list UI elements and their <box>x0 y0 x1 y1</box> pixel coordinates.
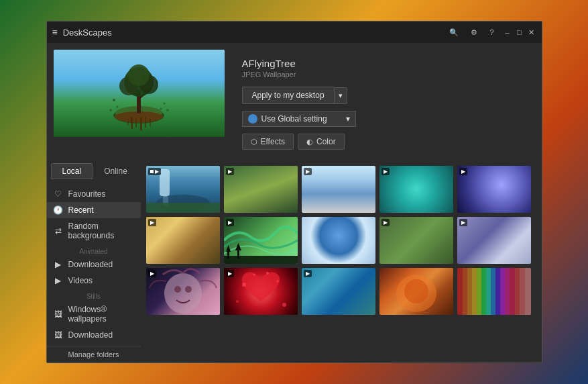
apply-row: Apply to my desktop ▾ <box>242 87 524 104</box>
grid-item-15[interactable] <box>457 268 531 315</box>
grid-item-14[interactable] <box>379 268 453 315</box>
preview-image <box>54 50 225 137</box>
svg-rect-6 <box>145 117 146 128</box>
video-badge-12: ▶ <box>226 270 234 277</box>
sidebar-item-stills-downloaded[interactable]: 🖼 Downloaded <box>47 327 141 343</box>
image-icon-1: 🖼 <box>54 309 63 319</box>
svg-rect-30 <box>237 249 239 258</box>
grid-row-2: ▶ <box>146 217 536 264</box>
hamburger-menu-icon[interactable]: ≡ <box>52 27 58 38</box>
tab-online[interactable]: Online <box>93 163 139 179</box>
title-bar-left: ≡ DeskScapes <box>52 27 112 38</box>
grid-item-5[interactable]: ▶ <box>457 166 531 213</box>
effects-label: Effects <box>261 137 285 146</box>
content-area: AFlyingTree JPEG Wallpaper Apply to my d… <box>47 43 542 363</box>
svg-point-37 <box>236 300 239 303</box>
title-bar: ≡ DeskScapes 🔍 ⚙ ? – □ ✕ <box>47 21 542 43</box>
grid-item-3[interactable]: ▶ <box>302 166 375 213</box>
windows-wallpapers-label: Windows® wallpapers <box>68 305 134 324</box>
animated-section-label: Animated <box>47 244 141 256</box>
video-badge-10: ▶ <box>459 219 467 226</box>
title-bar-right: 🔍 ⚙ ? – □ ✕ <box>446 27 536 38</box>
grid-item-1[interactable]: ▶ <box>146 166 220 213</box>
svg-rect-7 <box>150 118 151 126</box>
grid-item-11[interactable]: ▶ <box>146 268 220 315</box>
top-section: AFlyingTree JPEG Wallpaper Apply to my d… <box>47 43 542 163</box>
grid-item-7[interactable]: ▶ <box>224 217 298 264</box>
settings-icon[interactable]: ⚙ <box>467 27 481 38</box>
video-badge-7: ▶ <box>226 219 234 226</box>
close-button[interactable]: ✕ <box>527 28 536 37</box>
sidebar-item-videos[interactable]: ▶ Videos <box>47 273 141 289</box>
color-button[interactable]: ◐ Color <box>298 134 345 150</box>
grid-row-3: ▶ <box>146 268 536 315</box>
svg-point-39 <box>253 274 255 276</box>
grid-item-13[interactable]: ▶ <box>302 268 375 315</box>
shuffle-icon: ⇄ <box>54 226 63 236</box>
grid-item-9[interactable]: ▶ <box>379 217 453 264</box>
wallpaper-info-panel: AFlyingTree JPEG Wallpaper Apply to my d… <box>231 50 535 158</box>
color-icon: ◐ <box>306 138 313 146</box>
svg-point-20 <box>166 109 169 111</box>
video-badge-13: ▶ <box>304 270 312 277</box>
svg-point-42 <box>404 279 428 303</box>
grid-item-4[interactable]: ▶ <box>379 166 453 213</box>
svg-point-15 <box>128 64 150 86</box>
global-setting-row: Use Global setting ▾ <box>242 111 524 127</box>
global-icon <box>248 114 257 124</box>
svg-rect-8 <box>127 119 129 126</box>
wallpaper-type: JPEG Wallpaper <box>242 70 524 79</box>
random-label: Random backgrounds <box>68 222 134 240</box>
grid-item-2[interactable]: ▶ <box>224 166 298 213</box>
svg-rect-5 <box>140 117 142 131</box>
video-badge-6: ▶ <box>148 219 156 226</box>
video-badge-5: ▶ <box>459 168 467 175</box>
svg-rect-27 <box>224 256 298 264</box>
svg-rect-22 <box>160 169 170 196</box>
manage-folders-button[interactable]: Manage folders <box>47 346 141 363</box>
sidebar-nav: ♡ Favourites 🕐 Recent ⇄ Random backgroun… <box>47 183 141 346</box>
grid-item-12[interactable]: ▶ <box>224 268 298 315</box>
svg-point-16 <box>113 99 115 101</box>
svg-point-32 <box>164 273 202 314</box>
app-title: DeskScapes <box>63 28 112 38</box>
image-icon-2: 🖼 <box>54 330 63 340</box>
sidebar-item-windows-wallpapers[interactable]: 🖼 Windows® wallpapers <box>47 301 141 327</box>
video-icon-2: ▶ <box>54 276 63 285</box>
svg-point-18 <box>109 109 112 111</box>
wallpaper-title: AFlyingTree <box>242 58 524 69</box>
sidebar-item-random[interactable]: ⇄ Random backgrounds <box>47 218 141 244</box>
search-icon[interactable]: 🔍 <box>446 27 462 38</box>
video-badge-9: ▶ <box>381 219 390 226</box>
svg-rect-3 <box>131 117 133 129</box>
effects-button[interactable]: ⬡ Effects <box>242 134 294 150</box>
sidebar-item-animated-downloaded[interactable]: ▶ Downloaded <box>47 256 141 273</box>
grid-item-6[interactable]: ▶ <box>146 217 220 264</box>
apply-dropdown-button[interactable]: ▾ <box>334 87 347 104</box>
video-badge-2: ▶ <box>226 168 234 175</box>
global-dropdown-arrow: ▾ <box>346 114 350 124</box>
maximize-button[interactable]: □ <box>515 28 524 37</box>
clock-icon: 🕐 <box>54 205 63 215</box>
video-badge-1: ▶ <box>148 168 161 175</box>
svg-point-21 <box>160 108 162 110</box>
grid-row-1: ▶ ▶ ▶ <box>146 166 536 213</box>
grid-item-8[interactable] <box>302 217 375 264</box>
tabs-row: Local Online <box>47 163 141 179</box>
minimize-button[interactable]: – <box>503 28 512 37</box>
svg-point-38 <box>282 303 286 307</box>
svg-point-33 <box>174 286 181 293</box>
global-setting-select[interactable]: Use Global setting ▾ <box>242 111 356 127</box>
svg-point-17 <box>116 106 118 108</box>
action-buttons: ⬡ Effects ◐ Color <box>242 134 524 150</box>
grid-item-10[interactable]: ▶ <box>457 217 531 264</box>
apply-to-desktop-button[interactable]: Apply to my desktop <box>242 87 334 104</box>
animated-downloaded-label: Downloaded <box>68 260 113 269</box>
sidebar-item-favourites[interactable]: ♡ Favourites <box>47 186 141 202</box>
svg-point-36 <box>276 280 279 283</box>
sidebar-item-recent[interactable]: 🕐 Recent <box>47 202 141 218</box>
app-window: ≡ DeskScapes 🔍 ⚙ ? – □ ✕ <box>46 21 542 363</box>
help-icon[interactable]: ? <box>486 27 497 38</box>
video-icon-1: ▶ <box>54 260 63 269</box>
tab-local[interactable]: Local <box>51 163 93 179</box>
